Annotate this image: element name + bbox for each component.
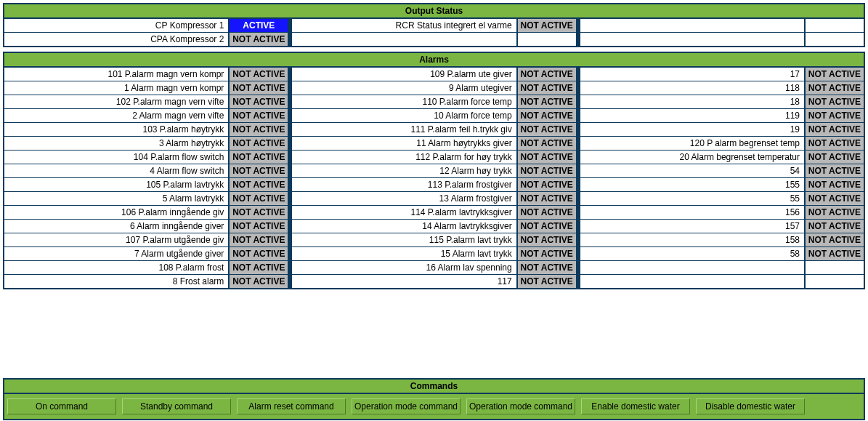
cell-label: 106 P.alarm inngående giv bbox=[4, 206, 228, 219]
status-badge: NOT ACTIVE bbox=[516, 233, 576, 246]
status-badge: ACTIVE bbox=[228, 19, 288, 32]
cell-label bbox=[580, 261, 804, 274]
status-badge: NOT ACTIVE bbox=[516, 68, 576, 81]
status-badge: NOT ACTIVE bbox=[228, 68, 288, 81]
cell-group: 102 P.alarm magn vern vifteNOT ACTIVE bbox=[4, 95, 288, 108]
cell-label: 103 P.alarm høytrykk bbox=[4, 123, 228, 136]
cell-group: 58NOT ACTIVE bbox=[580, 247, 864, 260]
cell-label bbox=[580, 19, 804, 32]
cell-label: 10 Alarm force temp bbox=[292, 109, 516, 122]
cell-label: 119 bbox=[580, 109, 804, 122]
cell-group: 107 P.alarm utgående givNOT ACTIVE bbox=[4, 233, 288, 246]
status-badge: NOT ACTIVE bbox=[804, 164, 864, 177]
table-row: 105 P.alarm lavtrykkNOT ACTIVE113 P.alar… bbox=[4, 177, 864, 191]
table-row: 107 P.alarm utgående givNOT ACTIVE115 P.… bbox=[4, 233, 864, 246]
cell-label: 117 bbox=[292, 275, 516, 288]
cell-label: 17 bbox=[580, 68, 804, 81]
status-badge: NOT ACTIVE bbox=[228, 275, 288, 288]
cell-group: 119NOT ACTIVE bbox=[580, 109, 864, 122]
cell-group: 20 Alarm begrenset temperaturNOT ACTIVE bbox=[580, 151, 864, 164]
cell-group: 10 Alarm force tempNOT ACTIVE bbox=[292, 109, 575, 122]
cell-group: 18NOT ACTIVE bbox=[580, 95, 864, 108]
status-badge: NOT ACTIVE bbox=[804, 151, 864, 164]
cell-label bbox=[580, 275, 804, 288]
table-row: 103 P.alarm høytrykkNOT ACTIVE111 P.alar… bbox=[4, 122, 864, 136]
status-badge: NOT ACTIVE bbox=[516, 95, 576, 108]
status-badge bbox=[804, 19, 864, 32]
status-badge bbox=[516, 33, 576, 46]
cell-group: CP Kompressor 1ACTIVE bbox=[4, 19, 288, 32]
status-badge: NOT ACTIVE bbox=[516, 19, 576, 32]
cell-label: 107 P.alarm utgående giv bbox=[4, 233, 228, 246]
cell-group: 114 P.alarm lavtrykksgiverNOT ACTIVE bbox=[292, 206, 575, 219]
cell-label: 54 bbox=[580, 164, 804, 177]
cell-group bbox=[580, 275, 864, 288]
cell-group: 12 Alarm høy trykkNOT ACTIVE bbox=[292, 164, 575, 177]
cell-group: 113 P.alarm frostgiverNOT ACTIVE bbox=[292, 178, 575, 191]
cell-group bbox=[580, 19, 864, 32]
status-badge: NOT ACTIVE bbox=[516, 275, 576, 288]
cell-group: RCR Status integrert el varmeNOT ACTIVE bbox=[292, 19, 575, 32]
table-row: 104 P.alarm flow switchNOT ACTIVE112 P.a… bbox=[4, 150, 864, 164]
cell-group: 104 P.alarm flow switchNOT ACTIVE bbox=[4, 151, 288, 164]
cell-group: 5 Alarm lavtrykkNOT ACTIVE bbox=[4, 192, 288, 205]
cell-group: 14 Alarm lavtrykksgiverNOT ACTIVE bbox=[292, 220, 575, 233]
cell-group: 8 Frost alarmNOT ACTIVE bbox=[4, 275, 288, 288]
status-badge: NOT ACTIVE bbox=[228, 220, 288, 233]
status-badge: NOT ACTIVE bbox=[516, 247, 576, 260]
cell-group: 106 P.alarm inngående givNOT ACTIVE bbox=[4, 206, 288, 219]
cell-group: 9 Alarm utegiverNOT ACTIVE bbox=[292, 81, 575, 95]
cell-label: 5 Alarm lavtrykk bbox=[4, 192, 228, 205]
status-badge: NOT ACTIVE bbox=[804, 123, 864, 136]
table-row: 8 Frost alarmNOT ACTIVE117NOT ACTIVE bbox=[4, 274, 864, 288]
cell-group: 120 P alarm begrenset tempNOT ACTIVE bbox=[580, 137, 864, 150]
status-badge: NOT ACTIVE bbox=[516, 206, 576, 219]
cell-group: 155NOT ACTIVE bbox=[580, 178, 864, 191]
status-badge: NOT ACTIVE bbox=[804, 220, 864, 233]
cell-label: 157 bbox=[580, 220, 804, 233]
cell-label: 55 bbox=[580, 192, 804, 205]
table-row: 3 Alarm høytrykkNOT ACTIVE11 Alarm høytr… bbox=[4, 136, 864, 150]
cell-group: 13 Alarm frostgiverNOT ACTIVE bbox=[292, 192, 575, 205]
status-badge: NOT ACTIVE bbox=[516, 220, 576, 233]
table-row: 6 Alarm inngående giverNOT ACTIVE14 Alar… bbox=[4, 219, 864, 233]
status-badge: NOT ACTIVE bbox=[228, 151, 288, 164]
cell-group: 3 Alarm høytrykkNOT ACTIVE bbox=[4, 137, 288, 150]
status-badge: NOT ACTIVE bbox=[228, 81, 288, 95]
status-badge: NOT ACTIVE bbox=[804, 233, 864, 246]
cell-group: 158NOT ACTIVE bbox=[580, 233, 864, 246]
cell-label: 112 P.alarm for høy trykk bbox=[292, 151, 516, 164]
cell-label: 115 P.alarm lavt trykk bbox=[292, 233, 516, 246]
status-badge: NOT ACTIVE bbox=[228, 261, 288, 274]
status-badge: NOT ACTIVE bbox=[804, 109, 864, 122]
cell-label: 2 Alarm magn vern vifte bbox=[4, 109, 228, 122]
cell-label: 3 Alarm høytrykk bbox=[4, 137, 228, 150]
cell-label: 108 P.alarm frost bbox=[4, 261, 228, 274]
cell-label: 114 P.alarm lavtrykksgiver bbox=[292, 206, 516, 219]
cell-label: 104 P.alarm flow switch bbox=[4, 151, 228, 164]
table-row: 108 P.alarm frostNOT ACTIVE16 Alarm lav … bbox=[4, 260, 864, 274]
cell-group: 55NOT ACTIVE bbox=[580, 192, 864, 205]
table-row: 5 Alarm lavtrykkNOT ACTIVE13 Alarm frost… bbox=[4, 191, 864, 205]
table-row: 102 P.alarm magn vern vifteNOT ACTIVE110… bbox=[4, 95, 864, 108]
status-badge: NOT ACTIVE bbox=[228, 164, 288, 177]
status-badge: NOT ACTIVE bbox=[516, 178, 576, 191]
status-badge: NOT ACTIVE bbox=[516, 137, 576, 150]
status-badge: NOT ACTIVE bbox=[804, 137, 864, 150]
cell-label: 9 Alarm utegiver bbox=[292, 81, 516, 95]
status-badge: NOT ACTIVE bbox=[516, 164, 576, 177]
cell-label: RCR Status integrert el varme bbox=[292, 19, 516, 32]
cell-label: 155 bbox=[580, 178, 804, 191]
cell-label: 12 Alarm høy trykk bbox=[292, 164, 516, 177]
cell-label: 109 P.alarm ute giver bbox=[292, 68, 516, 81]
cell-label: CPA Kompressor 2 bbox=[4, 33, 228, 46]
status-badge: NOT ACTIVE bbox=[804, 68, 864, 81]
table-row: 7 Alarm utgående giverNOT ACTIVE15 Alarm… bbox=[4, 246, 864, 260]
cell-label bbox=[580, 33, 804, 46]
cell-label: 6 Alarm inngående giver bbox=[4, 220, 228, 233]
cell-label: 120 P alarm begrenset temp bbox=[580, 137, 804, 150]
status-badge: NOT ACTIVE bbox=[228, 233, 288, 246]
cell-group: 6 Alarm inngående giverNOT ACTIVE bbox=[4, 220, 288, 233]
status-badge: NOT ACTIVE bbox=[228, 123, 288, 136]
cell-label: 13 Alarm frostgiver bbox=[292, 192, 516, 205]
